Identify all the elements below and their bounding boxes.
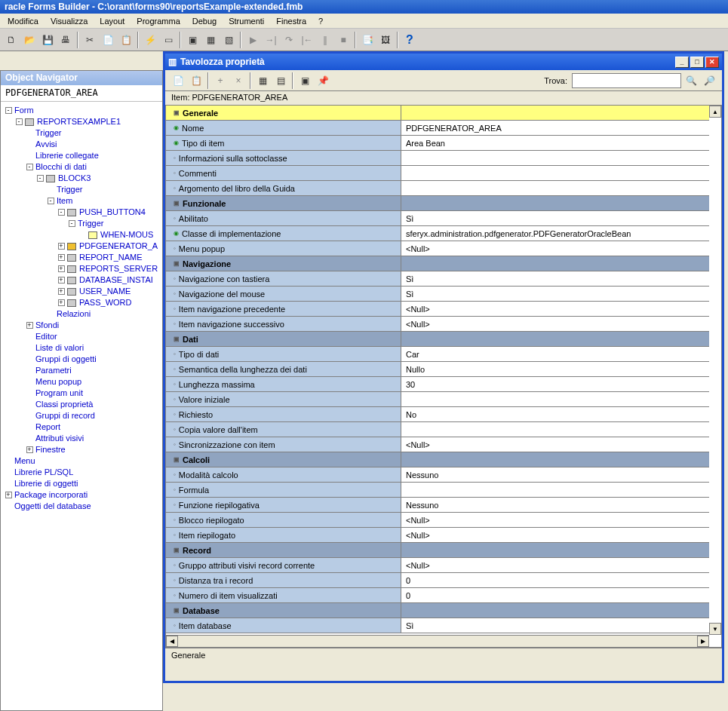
tree-node[interactable]: -Item [2,195,161,207]
property-icon[interactable]: 📑 [359,32,376,48]
pin-icon[interactable]: 📌 [315,72,331,89]
paste-icon[interactable]: 📋 [118,32,134,48]
property-row[interactable]: ◦Tipo di datiCar [166,347,709,362]
find-prev-icon[interactable]: 🔎 [701,72,717,89]
union-icon[interactable]: ▤ [272,72,289,89]
expand-icon[interactable]: + [57,286,66,297]
new-icon[interactable]: 🗋 [3,32,20,48]
tree-node[interactable]: Librerie di oggetti [2,478,161,489]
property-row[interactable]: ◦Commenti [166,166,709,181]
property-row[interactable]: ◦Valore iniziale [166,392,709,407]
menu-layout[interactable]: Layout [94,17,131,26]
paste-props-icon[interactable]: 📋 [188,72,204,89]
section-header[interactable]: ▣Dati [166,332,709,347]
class-icon[interactable]: ▣ [296,72,313,89]
connect-icon[interactable]: ⚡ [142,32,158,48]
copy-props-icon[interactable]: 📄 [170,72,186,89]
help-icon[interactable]: ? [401,32,418,48]
property-value[interactable] [401,151,709,165]
minimize-button[interactable]: _ [675,57,689,68]
menu-visualizza[interactable]: Visualizza [45,17,94,26]
tree-node[interactable]: -Blocchi di dati [2,161,161,173]
expand-icon[interactable]: + [57,274,66,286]
property-value[interactable]: Sì [401,211,709,225]
collapse-section-icon[interactable]: ▣ [174,547,180,553]
tree-node[interactable]: Menu popup [2,376,161,388]
layout-icon[interactable]: ▦ [202,32,219,48]
print-icon[interactable]: 🖶 [57,32,74,48]
property-row[interactable]: ◦Item navigazione precedente<Null> [166,302,709,317]
tree-node[interactable]: Oggetti del database [2,501,161,512]
property-value[interactable] [401,483,709,497]
property-value[interactable]: 30 [401,377,709,391]
step-out-icon[interactable]: |← [299,32,315,48]
tree-node[interactable]: Gruppi di oggetti [2,354,161,365]
tree-node[interactable]: Program unit [2,388,161,399]
expand-icon[interactable]: + [57,241,66,252]
compile-icon[interactable]: ▣ [184,32,201,48]
property-value[interactable]: <Null> [401,241,709,256]
property-row[interactable]: ◦Funzione riepilogativaNessuno [166,498,709,513]
tree-node[interactable]: Relazioni [2,308,161,320]
section-header[interactable]: ▣Generale [166,106,709,121]
tree-node[interactable]: +PASS_WORD [2,297,161,308]
current-object-field[interactable]: PDFGENERATOR_AREA [1,85,162,102]
collapse-icon[interactable]: - [67,218,76,229]
tree-node[interactable]: +Sfondi [2,320,161,331]
property-row[interactable]: ◦Menu popup<Null> [166,241,709,256]
section-header[interactable]: ▣Record [166,543,709,558]
property-row[interactable]: ◦Navigazione del mouseSì [166,287,709,302]
copy-icon[interactable]: 📄 [100,32,116,48]
open-icon[interactable]: 📂 [21,32,38,48]
tree-node[interactable]: Librerie collegate [2,150,161,161]
property-value[interactable] [401,181,709,195]
step-into-icon[interactable]: →| [263,32,279,48]
tree-node[interactable]: Editor [2,331,161,342]
relation-icon[interactable]: ▧ [220,32,237,48]
tree-node[interactable]: Trigger [2,127,161,139]
property-row[interactable]: ◦Sincronizzazione con item<Null> [166,437,709,452]
tree-node[interactable]: +PDFGENERATOR_A [2,241,161,252]
tree-node[interactable]: Librerie PL/SQL [2,467,161,478]
property-value[interactable] [401,422,709,437]
delete-icon[interactable]: × [230,72,247,89]
property-value[interactable]: <Null> [401,437,709,452]
property-value[interactable]: Area Bean [401,136,709,150]
collapse-icon[interactable]: - [57,207,66,218]
scroll-left-button[interactable]: ◀ [166,636,178,647]
property-value[interactable]: Sì [401,618,709,633]
tree-node[interactable]: Classi proprietà [2,399,161,410]
expand-icon[interactable]: + [57,297,66,308]
object-tree[interactable]: -Form-REPORTSEXAMPLE1 Trigger Avvisi Lib… [1,102,162,515]
collapse-section-icon[interactable]: ▣ [174,607,180,614]
property-value[interactable]: 0 [401,573,709,587]
property-value[interactable]: Nessuno [401,498,709,512]
find-next-icon[interactable]: 🔍 [683,72,699,89]
collapse-icon[interactable]: - [4,105,13,116]
find-input[interactable] [572,73,681,88]
tree-node[interactable]: Attributi visivi [2,433,161,444]
run-icon[interactable]: ▶ [244,32,261,48]
scroll-down-button[interactable]: ▼ [709,623,721,635]
property-row[interactable]: ◦Blocco riepilogato<Null> [166,513,709,528]
property-row[interactable]: ◦Semantica della lunghezza dei datiNullo [166,362,709,377]
menu-programma[interactable]: Programma [131,17,186,26]
collapse-section-icon[interactable]: ▣ [174,109,180,116]
property-value[interactable] [401,166,709,180]
tree-node[interactable]: -Form [2,105,161,116]
property-value[interactable]: sferyx.administration.pdfgenerator.PDFGe… [401,226,709,241]
horizontal-scrollbar[interactable]: ◀ ▶ [166,635,709,647]
property-value[interactable]: <Null> [401,528,709,542]
menu-finestra[interactable]: Finestra [270,17,312,26]
property-value[interactable]: Nullo [401,362,709,376]
tree-node[interactable]: +USER_NAME [2,286,161,297]
expand-icon[interactable]: + [25,320,34,331]
property-row[interactable]: ◦Navigazione con tastieraSì [166,271,709,287]
tree-node[interactable]: -BLOCK3 [2,173,161,184]
property-row[interactable]: ◦Distanza tra i record0 [166,573,709,588]
tree-node[interactable]: Parametri [2,365,161,376]
expand-icon[interactable]: + [57,263,66,274]
close-button[interactable]: ✕ [705,57,719,68]
canvas-icon[interactable]: 🖼 [377,32,394,48]
expand-icon[interactable]: + [4,489,13,501]
